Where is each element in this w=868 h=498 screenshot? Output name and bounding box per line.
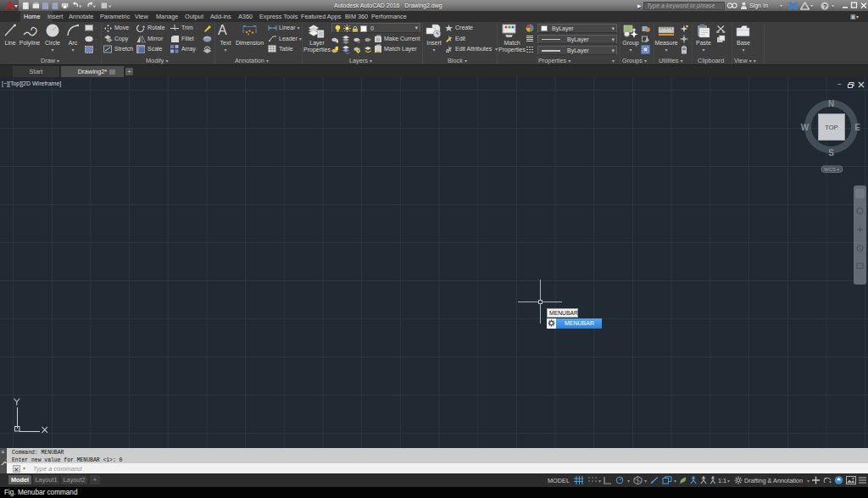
svg-text:W: W — [801, 123, 810, 132]
svg-text:E: E — [854, 123, 860, 132]
svg-text:?: ? — [823, 3, 827, 10]
svg-text:S: S — [828, 148, 834, 158]
svg-text:WCS: WCS — [824, 167, 836, 172]
svg-text:N: N — [828, 99, 834, 108]
svg-text:TOP: TOP — [825, 124, 837, 131]
svg-text:...: ... — [588, 480, 592, 484]
